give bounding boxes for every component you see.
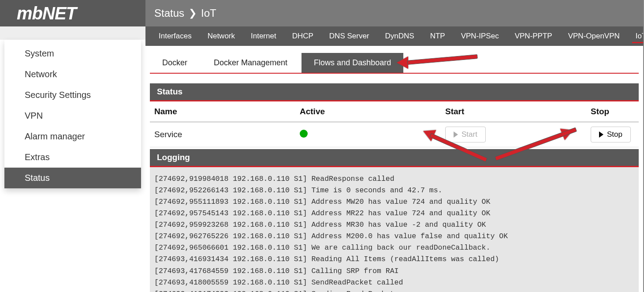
topnav-interfaces[interactable]: Interfaces [151,27,200,45]
sidebar-column: mbNET SystemNetworkSecurity SettingsVPNA… [0,0,145,292]
service-start-cell: Start [441,122,586,147]
col-active: Active [295,101,441,122]
topnav-network[interactable]: Network [200,27,243,45]
status-panel: Status Name Active Start Stop Service [150,83,639,147]
service-active-cell [295,122,441,147]
logging-panel: Logging [274692,919984018 192.168.0.110 … [150,149,639,292]
topnav-dns-server[interactable]: DNS Server [321,27,377,45]
topnav-dhcp[interactable]: DHCP [284,27,321,45]
start-button[interactable]: Start [445,127,486,142]
active-status-icon [300,130,308,138]
start-button-label: Start [462,130,477,139]
sidebar-item-alarm-manager[interactable]: Alarm manager [4,126,141,147]
subtab-docker-management[interactable]: Docker Management [201,53,300,73]
col-stop: Stop [586,101,639,122]
side-nav: SystemNetworkSecurity SettingsVPNAlarm m… [4,40,141,188]
stop-button-label: Stop [607,130,622,139]
status-panel-title: Status [150,83,639,101]
annotation-arrow [397,56,485,69]
subtab-docker[interactable]: Docker [150,53,200,73]
topnav-vpn-openvpn[interactable]: VPN-OpenVPN [560,27,628,45]
topnav-vpn-ipsec[interactable]: VPN-IPSec [453,27,507,45]
chevron-right-icon: ❯ [189,7,197,19]
play-icon [599,131,603,138]
breadcrumb-root[interactable]: Status [154,7,184,19]
subtab-flows-and-dashboard[interactable]: Flows and Dashboard [302,53,403,73]
status-row: Service Start [150,122,639,147]
log-output: [274692,919984018 192.168.0.110 S1] Read… [150,167,639,292]
sidebar-item-network[interactable]: Network [4,64,141,85]
main-column: Status ❯ IoT InterfacesNetworkInternetDH… [145,0,644,292]
topnav-ntp[interactable]: NTP [422,27,453,45]
breadcrumb-leaf: IoT [201,7,216,19]
topnav-dyndns[interactable]: DynDNS [377,27,422,45]
col-start: Start [441,101,586,122]
topnav-vpn-pptp[interactable]: VPN-PPTP [507,27,560,45]
sidebar-item-extras[interactable]: Extras [4,147,141,168]
sidebar-item-vpn[interactable]: VPN [4,105,141,126]
col-name: Name [150,101,295,122]
sidebar-gap [0,26,145,40]
content-area: DockerDocker ManagementFlows and Dashboa… [145,46,643,292]
sidebar-item-status[interactable]: Status [4,168,141,188]
sub-tab-bar: DockerDocker ManagementFlows and Dashboa… [150,53,639,74]
service-stop-cell: Stop [586,122,639,147]
logging-panel-title: Logging [150,149,639,167]
logo-bar: mbNET [0,0,145,26]
product-logo: mbNET [17,4,76,23]
service-name: Service [150,122,295,147]
sidebar-item-security-settings[interactable]: Security Settings [4,85,141,105]
play-icon [454,131,458,138]
topnav-internet[interactable]: Internet [243,27,284,45]
top-nav: InterfacesNetworkInternetDHCPDNS ServerD… [145,26,643,46]
status-table: Name Active Start Stop Service [150,101,639,147]
sidebar-item-system[interactable]: System [4,43,141,64]
stop-button[interactable]: Stop [591,127,631,142]
topnav-iot[interactable]: IoT [628,27,643,45]
breadcrumb: Status ❯ IoT [145,0,643,26]
